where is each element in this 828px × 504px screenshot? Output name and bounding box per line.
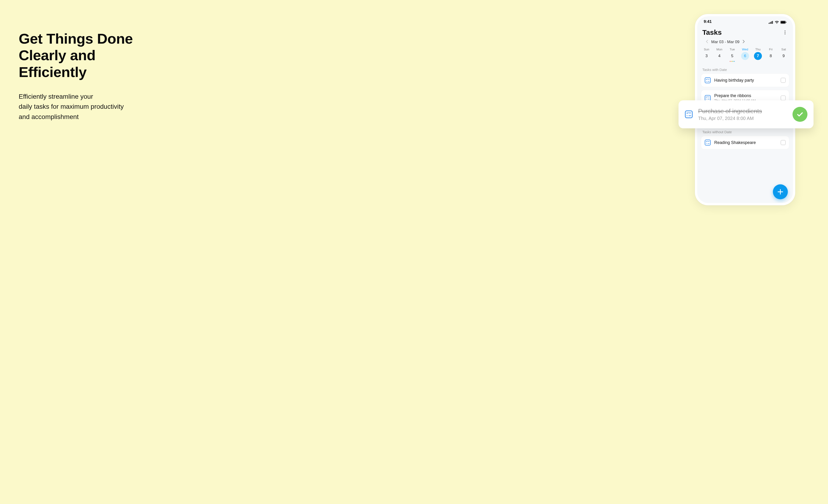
subheadline: Efficiently streamline your daily tasks … [19,91,168,122]
task-list-icon [704,77,711,84]
svg-point-7 [785,31,785,32]
subhead-line-2: daily tasks for maximum productivity [19,103,124,110]
headline: Get Things Done Clearly and Efficiently [19,30,168,80]
task-card[interactable]: Reading Shakespeare [701,136,789,149]
task-checkbox[interactable] [781,78,786,83]
more-vertical-icon [782,30,788,35]
headline-line-2: Clearly and [19,47,95,63]
day-label: Sun [704,48,709,51]
svg-rect-10 [705,78,710,83]
task-done-badge[interactable] [792,107,808,122]
svg-rect-26 [685,111,692,118]
prev-week-button[interactable] [705,40,709,44]
day-label: Thu [755,48,760,51]
more-menu-button[interactable] [782,30,788,35]
day-label: Tue [730,48,735,51]
svg-point-12 [706,81,707,82]
day-number: 3 [703,52,710,60]
day-label: Mon [716,48,722,51]
task-list-icon [704,139,711,146]
svg-rect-1 [770,22,771,24]
status-bar: 9:41 [697,16,793,27]
svg-point-9 [785,34,785,35]
task-title: Prepare the ribbons [714,93,777,98]
completed-task-title: Purchase of ingredients [698,107,787,115]
day-tue[interactable]: Tue5 [727,48,737,62]
page-title: Tasks [702,29,722,36]
day-thu[interactable]: Thu7 [753,48,763,62]
status-time: 9:41 [704,19,712,24]
svg-point-28 [687,115,688,116]
svg-rect-5 [781,21,785,23]
day-label: Fri [769,48,773,51]
section-tasks-with-date: Tasks with Date [697,65,793,74]
add-task-button[interactable] [773,184,788,199]
headline-line-1: Get Things Done [19,31,133,47]
svg-rect-22 [705,140,710,145]
day-label: Wed [742,48,748,51]
day-number: 8 [767,52,775,60]
svg-rect-6 [786,22,786,23]
completed-task-meta: Thu, Apr 07, 2024 8:00 AM [698,116,787,121]
day-sun[interactable]: Sun3 [701,48,712,62]
svg-point-8 [785,32,785,33]
subhead-line-1: Efficiently streamline your [19,93,93,100]
completed-task-popup[interactable]: Purchase of ingredients Thu, Apr 07, 202… [678,100,814,128]
chevron-right-icon [743,40,745,43]
battery-icon [780,20,786,23]
svg-rect-14 [705,95,710,101]
svg-point-24 [706,143,707,144]
next-week-button[interactable] [742,40,746,44]
chevron-left-icon [706,40,708,43]
svg-rect-0 [769,23,770,24]
day-fri[interactable]: Fri8 [765,48,776,62]
task-checkbox[interactable] [781,140,786,145]
day-number: 7 [754,52,762,60]
svg-rect-2 [771,21,772,24]
check-icon [796,110,804,118]
task-title: Reading Shakespeare [714,140,777,145]
day-wed[interactable]: Wed6 [740,48,750,62]
task-checkbox[interactable] [781,95,786,101]
task-title: Having birthday party [714,78,777,83]
day-number: 5 [728,52,736,60]
svg-point-16 [706,99,707,99]
day-number: 6 [741,52,749,60]
day-number: 9 [780,52,788,60]
day-mon[interactable]: Mon4 [714,48,724,62]
day-number: 4 [715,52,723,60]
plus-icon [777,188,784,195]
svg-rect-3 [772,21,773,24]
section-tasks-without-date: Tasks without Date [697,128,793,136]
task-card[interactable]: Having birthday party [701,74,789,87]
date-range-label: Mar 03 - Mar 09 [711,40,740,44]
headline-line-3: Efficiently [19,64,87,80]
task-list-icon [685,110,693,119]
day-sat[interactable]: Sat9 [779,48,789,62]
day-label: Sat [781,48,786,51]
wifi-icon [775,20,779,23]
subhead-line-3: and accomplishment [19,113,79,121]
cellular-signal-icon [769,20,773,23]
day-event-dots [730,61,735,62]
